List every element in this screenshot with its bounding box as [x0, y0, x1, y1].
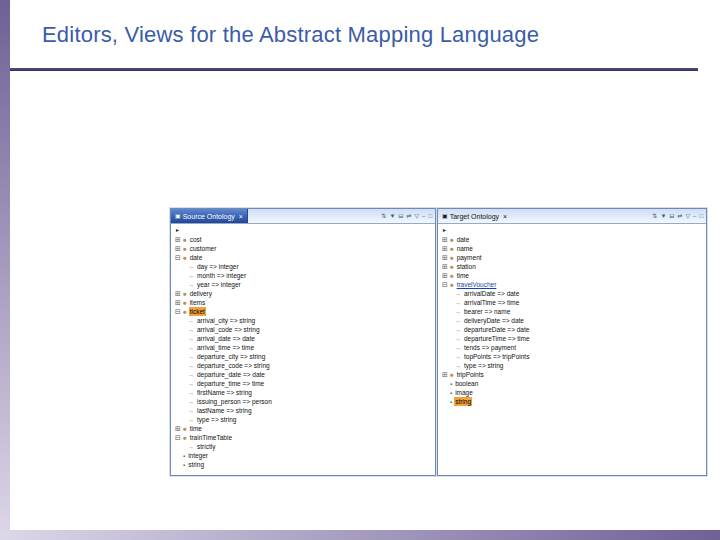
tree-row[interactable]: →departure_time => time — [171, 379, 435, 388]
tree-row[interactable]: →arrival_time => time — [171, 343, 435, 352]
link-with-editor-icon[interactable]: ⇄ — [406, 213, 411, 219]
close-icon[interactable]: × — [503, 213, 507, 220]
filter-icon[interactable]: ▼ — [389, 213, 395, 219]
maximize-icon[interactable]: □ — [699, 213, 703, 219]
concept-icon: ● — [450, 264, 454, 270]
tree-row[interactable]: ▪integer — [171, 451, 435, 460]
tree-row[interactable]: ⊞●date — [438, 235, 706, 244]
expand-toggle-icon[interactable]: ⊞ — [442, 245, 450, 253]
tab-source-ontology[interactable]: ▣ Source Ontology × — [171, 209, 248, 223]
indent-spacer — [438, 347, 455, 348]
root-arrow-icon[interactable]: ▸ — [176, 226, 179, 235]
tree-item-label: string — [454, 397, 472, 406]
tree-row[interactable]: →departureDate => date — [438, 325, 706, 334]
tree-row[interactable]: →departure_city => string — [171, 352, 435, 361]
minimize-icon[interactable]: – — [693, 213, 696, 219]
root-arrow-icon[interactable]: ▸ — [443, 226, 446, 235]
expand-toggle-icon[interactable]: ⊞ — [175, 299, 183, 307]
tree-item-label: time — [189, 424, 203, 433]
tree-row[interactable]: →departureTime => time — [438, 334, 706, 343]
view-menu-icon[interactable]: ▽ — [685, 213, 690, 219]
tree-row[interactable]: →type => string — [438, 361, 706, 370]
tree-row[interactable]: →arrival_city => string — [171, 316, 435, 325]
tree-row[interactable]: →issuing_person => person — [171, 397, 435, 406]
expand-toggle-icon[interactable]: ⊞ — [442, 236, 450, 244]
maximize-icon[interactable]: □ — [428, 213, 432, 219]
minimize-icon[interactable]: – — [422, 213, 425, 219]
target-panel-toolbar: ⇅▼⊟⇄▽–□ — [649, 209, 706, 223]
property-icon: → — [188, 363, 194, 369]
tree-row[interactable]: →day => integer — [171, 262, 435, 271]
tree-row[interactable]: →tends => payment — [438, 343, 706, 352]
tree-item-label: customer — [189, 244, 218, 253]
sort-icon[interactable]: ⇅ — [381, 213, 386, 219]
expand-toggle-icon[interactable]: ⊞ — [175, 290, 183, 298]
tree-row[interactable]: →lastName => string — [171, 406, 435, 415]
indent-spacer — [438, 338, 455, 339]
tree-row[interactable]: ⊞●time — [171, 424, 435, 433]
tree-row[interactable]: ⊟●date — [171, 253, 435, 262]
tree-row[interactable]: ▸ — [171, 226, 435, 235]
collapse-toggle-icon[interactable]: ⊟ — [175, 254, 183, 262]
tree-row[interactable]: ⊞●items — [171, 298, 435, 307]
indent-spacer — [438, 392, 442, 393]
sort-icon[interactable]: ⇅ — [652, 213, 657, 219]
tab-target-ontology[interactable]: ▣ Target Ontology × — [438, 209, 511, 223]
tree-row[interactable]: →arrival_date => date — [171, 334, 435, 343]
tree-row[interactable]: →strictly — [171, 442, 435, 451]
tree-row[interactable]: ⊞●delivery — [171, 289, 435, 298]
tree-row[interactable]: →arrivalTime => time — [438, 298, 706, 307]
indent-spacer — [171, 347, 188, 348]
tree-item-label: arrivalTime => time — [463, 298, 520, 307]
tree-row[interactable]: ▪string — [438, 397, 706, 406]
tree-row[interactable]: ▪string — [171, 460, 435, 469]
tree-row[interactable]: →arrivalDate => date — [438, 289, 706, 298]
tree-row[interactable]: ⊞●payment — [438, 253, 706, 262]
tree-row[interactable]: →bearer => name — [438, 307, 706, 316]
tree-row[interactable]: →month => integer — [171, 271, 435, 280]
link-with-editor-icon[interactable]: ⇄ — [677, 213, 682, 219]
tree-row[interactable]: ⊟●trainTimeTable — [171, 433, 435, 442]
tree-row[interactable]: ⊟●ticket — [171, 307, 435, 316]
filter-icon[interactable]: ▼ — [660, 213, 666, 219]
tree-row[interactable]: →topPoints => tripPoints — [438, 352, 706, 361]
expand-toggle-icon[interactable]: ⊞ — [175, 236, 183, 244]
expand-toggle-icon[interactable]: ⊞ — [175, 425, 183, 433]
tree-row[interactable]: →arrival_code => string — [171, 325, 435, 334]
tree-item-label: boolean — [454, 379, 479, 388]
expand-toggle-icon[interactable]: ⊞ — [442, 371, 450, 379]
left-accent-strip — [0, 0, 10, 540]
collapse-toggle-icon[interactable]: ⊟ — [442, 281, 450, 289]
tree-row[interactable]: →year => integer — [171, 280, 435, 289]
tree-row[interactable]: ▪image — [438, 388, 706, 397]
tree-row[interactable]: ⊞●name — [438, 244, 706, 253]
tree-row[interactable]: →firstName => string — [171, 388, 435, 397]
expand-toggle-icon[interactable]: ⊞ — [442, 254, 450, 262]
tree-row[interactable]: ▸ — [438, 226, 706, 235]
tree-row[interactable]: ⊞●tripPoints — [438, 370, 706, 379]
collapse-all-icon[interactable]: ⊟ — [669, 213, 674, 219]
property-icon: → — [188, 399, 194, 405]
tree-row[interactable]: →type => string — [171, 415, 435, 424]
collapse-toggle-icon[interactable]: ⊟ — [175, 434, 183, 442]
tree-row[interactable]: ⊟●travelVoucher — [438, 280, 706, 289]
tree-row[interactable]: ⊞●customer — [171, 244, 435, 253]
view-menu-icon[interactable]: ▽ — [414, 213, 419, 219]
property-icon: → — [455, 309, 461, 315]
close-icon[interactable]: × — [239, 213, 243, 220]
tree-item-label: station — [456, 262, 477, 271]
property-icon: → — [188, 345, 194, 351]
tree-row[interactable]: ▪boolean — [438, 379, 706, 388]
collapse-toggle-icon[interactable]: ⊟ — [175, 308, 183, 316]
tree-item-label: arrival_date => date — [196, 334, 256, 343]
tree-row[interactable]: →departure_code => string — [171, 361, 435, 370]
expand-toggle-icon[interactable]: ⊞ — [442, 263, 450, 271]
tree-row[interactable]: ⊞●station — [438, 262, 706, 271]
expand-toggle-icon[interactable]: ⊞ — [442, 272, 450, 280]
tree-row[interactable]: ⊞●time — [438, 271, 706, 280]
tree-row[interactable]: ⊞●cost — [171, 235, 435, 244]
expand-toggle-icon[interactable]: ⊞ — [175, 245, 183, 253]
tree-row[interactable]: →departure_date => date — [171, 370, 435, 379]
collapse-all-icon[interactable]: ⊟ — [398, 213, 403, 219]
tree-row[interactable]: →deliveryDate => date — [438, 316, 706, 325]
